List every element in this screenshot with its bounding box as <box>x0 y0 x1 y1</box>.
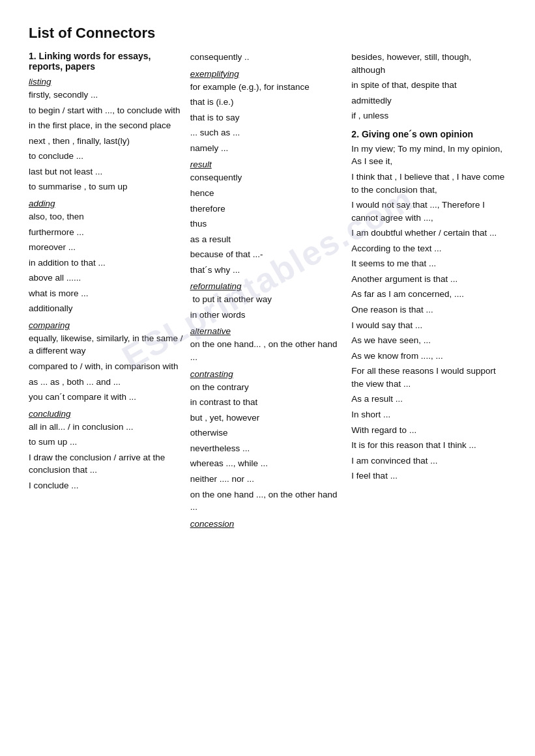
list-item: to put it another way <box>190 293 345 306</box>
category-listing: listing <box>29 77 184 87</box>
list-item: thus <box>190 217 345 231</box>
list-item: ... such as ... <box>190 126 345 139</box>
list-item: additionally <box>29 302 184 315</box>
list-item: I draw the conclusion / arrive at the co… <box>29 451 184 477</box>
list-item: furthermore ... <box>29 226 184 239</box>
list-item: hence <box>190 187 345 200</box>
list-item: I conclude ... <box>29 479 184 492</box>
list-item: consequently <box>190 171 345 184</box>
list-item: last but not least ... <box>29 165 184 178</box>
list-item: admittedly <box>351 94 506 107</box>
list-item: to begin / start with ..., to conclude w… <box>29 104 184 117</box>
list-item: As far as I am concerned, .... <box>351 288 506 301</box>
list-item: nevertheless ... <box>190 442 345 455</box>
list-item: I think that , I believe that , I have c… <box>351 171 506 196</box>
list-item: because of that ...- <box>190 248 345 261</box>
list-item: that is to say <box>190 111 345 124</box>
list-item: in addition to that ... <box>29 257 184 270</box>
list-item: consequently .. <box>190 51 345 64</box>
list-item: that is (i.e.) <box>190 96 345 109</box>
column-3: besides, however, still, though, althoug… <box>351 51 506 485</box>
list-item: as ... as , both ... and ... <box>29 376 184 389</box>
list-item: With regard to ... <box>351 424 506 437</box>
list-item: you can´t compare it with ... <box>29 391 184 404</box>
category-exemplifying: exemplifying <box>190 69 345 79</box>
category-concession: concession <box>190 519 345 529</box>
category-contrasting: contrasting <box>190 369 345 379</box>
section-2-title: 2. Giving one´s own opinion <box>351 129 506 139</box>
list-item: but , yet, however <box>190 412 345 425</box>
list-item: As we know from ...., ... <box>351 350 506 363</box>
section-1-title: 1. Linking words for essays, reports, pa… <box>29 51 184 72</box>
list-item: One reason is that ... <box>351 303 506 316</box>
list-item: neither .... nor ... <box>190 473 345 486</box>
list-item: in the first place, in the second place <box>29 119 184 132</box>
list-item: firstly, secondly ... <box>29 89 184 102</box>
list-item: It seems to me that ... <box>351 257 506 270</box>
list-item: It is for this reason that I think ... <box>351 439 506 452</box>
category-concluding: concluding <box>29 409 184 419</box>
list-item: in spite of that, despite that <box>351 79 506 92</box>
list-item: as a result <box>190 233 345 246</box>
main-title: List of Connectors <box>29 25 506 42</box>
list-item: I am doubtful whether / certain that ... <box>351 227 506 240</box>
list-item: I feel that ... <box>351 469 506 483</box>
list-item: According to the text ... <box>351 242 506 255</box>
category-adding: adding <box>29 199 184 208</box>
list-item: Another argument is that ... <box>351 273 506 286</box>
list-item: in contrast to that <box>190 396 345 409</box>
category-reformulating: reformulating <box>190 281 345 291</box>
list-item: As we have seen, ... <box>351 334 506 347</box>
list-item: In short ... <box>351 408 506 421</box>
category-result: result <box>190 160 345 169</box>
list-item: I am convinced that ... <box>351 455 506 468</box>
category-comparing: comparing <box>29 320 184 330</box>
list-item: for example (e.g.), for instance <box>190 81 345 94</box>
category-alternative: alternative <box>190 326 345 336</box>
list-item: to conclude ... <box>29 150 184 163</box>
list-item: I would say that ... <box>351 319 506 332</box>
column-2: consequently .. exemplifying for example… <box>190 51 352 531</box>
list-item: in other words <box>190 309 345 322</box>
list-item: I would not say that ..., Therefore I ca… <box>351 199 506 224</box>
list-item: on the one hand... , on the other hand .… <box>190 338 345 363</box>
list-item: namely ... <box>190 142 345 155</box>
list-item: moreover ... <box>29 241 184 254</box>
list-item: on the one hand ..., on the other hand .… <box>190 488 345 514</box>
list-item: whereas ..., while ... <box>190 457 345 470</box>
list-item: above all ...... <box>29 272 184 285</box>
list-item: if , unless <box>351 109 506 122</box>
list-item: For all these reasons I would support th… <box>351 365 506 390</box>
list-item: therefore <box>190 203 345 216</box>
list-item: besides, however, still, though, althoug… <box>351 51 506 76</box>
list-item: what is more ... <box>29 287 184 300</box>
list-item: also, too, then <box>29 210 184 223</box>
list-item: As a result ... <box>351 393 506 406</box>
list-item: compared to / with, in comparison with <box>29 360 184 373</box>
list-item: that´s why ... <box>190 264 345 277</box>
list-item: otherwise <box>190 427 345 440</box>
column-1: 1. Linking words for essays, reports, pa… <box>29 51 190 495</box>
list-item: all in all... / in conclusion ... <box>29 421 184 434</box>
list-item: to sum up ... <box>29 436 184 449</box>
list-item: on the contrary <box>190 381 345 394</box>
list-item: next , then , finally, last(ly) <box>29 135 184 148</box>
list-item: equally, likewise, similarly, in the sam… <box>29 332 184 357</box>
list-item: In my view; To my mind, In my opinion, A… <box>351 143 506 168</box>
list-item: to summarise , to sum up <box>29 180 184 193</box>
